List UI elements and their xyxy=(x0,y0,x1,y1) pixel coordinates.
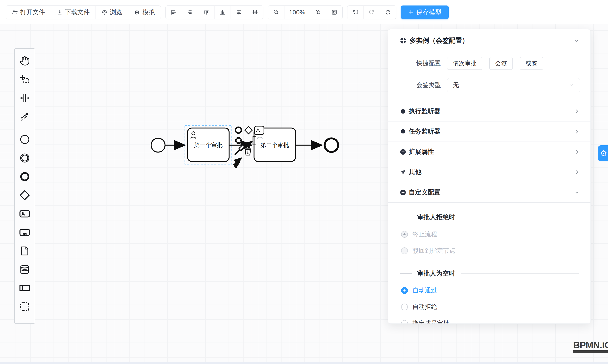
task-first-approval[interactable]: 第一个审批 xyxy=(188,128,229,161)
section-execution-listener[interactable]: 执行监听器 xyxy=(388,101,591,121)
radio-auto-pass[interactable]: 自动通过 xyxy=(401,286,591,296)
section-label: 扩展属性 xyxy=(409,147,434,156)
align-right-button[interactable] xyxy=(182,6,198,19)
toolbar: 打开文件 下载文件 浏览 模拟 xyxy=(6,5,449,19)
quick-option-orsign[interactable]: 或签 xyxy=(520,57,543,70)
append-gateway[interactable] xyxy=(245,127,252,134)
palette xyxy=(14,48,35,324)
chevron-right-icon xyxy=(574,108,580,114)
settings-toggle-tab[interactable]: ⚙ xyxy=(598,145,608,161)
chevron-down-icon[interactable] xyxy=(574,37,580,44)
create-gateway[interactable] xyxy=(17,186,33,205)
radio-icon xyxy=(401,247,408,254)
history-toolbar-group xyxy=(347,5,396,19)
sign-type-select[interactable]: 无 xyxy=(447,78,580,92)
simulate-button[interactable]: 模拟 xyxy=(128,6,161,19)
task-label: 第二个审批 xyxy=(261,142,289,148)
align-bottom-icon xyxy=(220,9,225,15)
create-group[interactable] xyxy=(17,298,33,316)
radio-label: 驳回到指定节点 xyxy=(412,247,455,255)
chevron-down-icon xyxy=(574,190,580,195)
button-label: 模拟 xyxy=(143,8,155,16)
button-label: 打开文件 xyxy=(20,8,45,16)
multi-instance-icon xyxy=(400,37,407,44)
radio-return-to-node[interactable]: 驳回到指定节点 xyxy=(401,246,591,256)
fit-viewport-button[interactable] xyxy=(326,6,342,19)
zoom-out-button[interactable] xyxy=(268,6,284,19)
reset-button[interactable] xyxy=(380,6,396,19)
plus-circle-icon xyxy=(400,189,406,196)
align-center-vertical-button[interactable] xyxy=(247,6,263,19)
align-bottom-button[interactable] xyxy=(214,6,231,19)
radio-assign-member[interactable]: 指定成员审批 xyxy=(401,318,591,324)
space-tool[interactable] xyxy=(17,89,33,107)
section-extended-properties[interactable]: 扩展属性 xyxy=(388,142,591,162)
hand-tool[interactable] xyxy=(17,52,33,70)
create-participant[interactable] xyxy=(17,279,33,298)
chevron-right-icon xyxy=(574,169,580,175)
append-user-task[interactable] xyxy=(254,126,264,135)
wrench-change-type[interactable] xyxy=(235,146,243,154)
undo-button[interactable] xyxy=(347,6,364,19)
gateway-icon xyxy=(19,190,30,201)
quick-option-countersign[interactable]: 会签 xyxy=(489,57,513,70)
bpmn-io-logo[interactable]: BPMN.iO xyxy=(573,340,608,353)
button-label: 浏览 xyxy=(110,8,122,16)
section-label: 任务监听器 xyxy=(409,127,440,136)
redo-button[interactable] xyxy=(364,6,380,19)
sign-type-value: 无 xyxy=(453,81,459,89)
append-intermediate-event[interactable] xyxy=(236,138,241,144)
section-custom-config[interactable]: 自定义配置 xyxy=(388,182,591,203)
sign-type-row: 会签类型 无 xyxy=(388,78,580,92)
align-center-horizontal-button[interactable] xyxy=(231,6,247,19)
download-file-button[interactable]: 下载文件 xyxy=(51,6,96,19)
align-right-icon xyxy=(187,9,193,15)
quick-option-sequential[interactable]: 依次审批 xyxy=(447,57,482,70)
radio-label: 自动拒绝 xyxy=(412,303,437,311)
quick-config-row: 快捷配置 依次审批 会签 或签 xyxy=(388,57,580,70)
intermediate-event-icon xyxy=(19,153,30,163)
open-file-button[interactable]: 打开文件 xyxy=(6,6,51,19)
section-other[interactable]: 其他 xyxy=(388,162,591,182)
append-end-event[interactable] xyxy=(236,127,241,133)
create-data-object[interactable] xyxy=(17,242,33,260)
preview-eye-icon xyxy=(102,10,107,15)
zoom-in-button[interactable] xyxy=(310,6,326,19)
save-model-button[interactable]: 保存模型 xyxy=(401,5,449,19)
horizontal-scrollbar[interactable] xyxy=(0,362,608,364)
bell-icon xyxy=(400,129,406,135)
connect-icon xyxy=(20,112,30,122)
radio-auto-reject[interactable]: 自动拒绝 xyxy=(401,302,591,312)
create-subprocess[interactable] xyxy=(17,223,33,242)
start-event-shape[interactable] xyxy=(151,138,165,152)
chevron-right-icon xyxy=(574,129,580,135)
create-intermediate-event[interactable] xyxy=(17,149,33,167)
radio-icon xyxy=(401,304,408,310)
lasso-tool[interactable] xyxy=(17,70,33,89)
properties-panel: 多实例（会签配置） 快捷配置 依次审批 会签 或签 会签类型 无 执行监听器 xyxy=(388,29,591,324)
preview-button[interactable]: 浏览 xyxy=(96,6,128,19)
user-task-icon xyxy=(19,208,30,219)
chevron-down-icon xyxy=(569,82,574,88)
space-tool-icon xyxy=(20,93,30,103)
create-user-task[interactable] xyxy=(17,205,33,223)
align-top-button[interactable] xyxy=(198,6,214,19)
connect-tool-handle[interactable] xyxy=(234,158,241,167)
global-connect-tool[interactable] xyxy=(17,107,33,126)
panel-header[interactable]: 多实例（会签配置） xyxy=(388,29,591,52)
zoom-out-icon xyxy=(273,9,279,15)
section-task-listener[interactable]: 任务监听器 xyxy=(388,121,591,142)
end-event-shape[interactable] xyxy=(325,138,338,152)
create-start-event[interactable] xyxy=(17,130,33,149)
download-icon xyxy=(57,10,63,15)
create-end-event[interactable] xyxy=(17,167,33,186)
radio-terminate-process[interactable]: 终止流程 xyxy=(401,229,591,239)
create-data-store[interactable] xyxy=(17,260,33,279)
trash-delete[interactable] xyxy=(245,147,251,155)
zoom-in-icon xyxy=(315,9,321,15)
align-left-button[interactable] xyxy=(166,6,182,19)
panel-title-wrap: 多实例（会签配置） xyxy=(400,36,574,45)
gear-icon: ⚙ xyxy=(600,149,607,158)
sign-type-label: 会签类型 xyxy=(388,81,447,89)
simulate-chip-icon xyxy=(134,10,140,15)
